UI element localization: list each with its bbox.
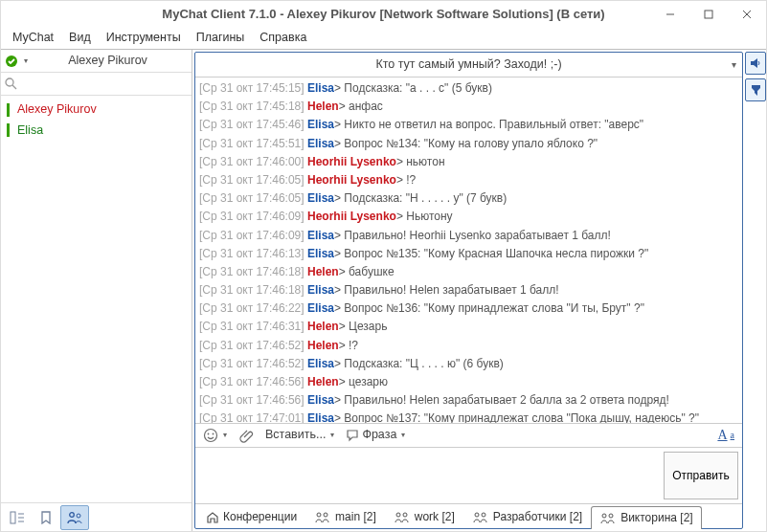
search-input[interactable] [23,77,188,91]
paperclip-icon [238,428,254,443]
titlebar: MyChat Client 7.1.0 - Alexey Pikurov [Ne… [1,1,766,28]
message-text: > Подсказка: "Ц . . . . ю" (6 букв) [334,357,504,370]
message-author: Helen [307,375,339,388]
message-text: > Подсказка: "Н . . . . . у" (7 букв) [334,191,507,205]
dropdown-icon: ▾ [223,430,227,440]
chat-topic: Кто тут самый умный? Заходи! ;-) ▾ [195,53,742,78]
send-button[interactable]: Отправить [664,452,738,499]
message-timestamp: [Ср 31 окт 17:46:22] [199,301,305,315]
menubar: MyChat Вид Инструменты Плагины Справка [1,28,766,49]
message-author: Elisa [307,191,334,205]
message-author: Elisa [307,247,334,260]
message-author: Elisa [307,229,334,242]
menu-plugins[interactable]: Плагины [189,28,253,49]
message-text: > Правильно! Heorhii Lysenko зарабатывае… [334,229,611,242]
message-author: Elisa [307,283,334,297]
chat-message: [Ср 31 окт 17:45:15] Elisa> Подсказка: "… [199,79,738,98]
search-icon [5,78,17,90]
insert-label: Вставить... [265,427,326,444]
chat-panel: Кто тут самый умный? Заходи! ;-) ▾ [Ср 3… [194,52,743,529]
chat-message: [Ср 31 окт 17:46:52] Elisa> Подсказка: "… [199,355,738,373]
sound-button[interactable] [745,52,766,75]
font-format-button[interactable]: Aa [713,424,738,447]
conference-tab[interactable]: work [2] [385,505,463,528]
contact-list: Alexey Pikurov Elisa [1,96,192,502]
tab-label: work [2] [415,509,455,525]
message-timestamp: [Ср 31 окт 17:45:15] [199,81,305,95]
chat-message: [Ср 31 окт 17:47:01] Elisa> Вопрос №137:… [199,410,738,423]
message-timestamp: [Ср 31 окт 17:46:18] [199,283,305,297]
message-author: Elisa [307,118,334,131]
chat-message: [Ср 31 окт 17:45:51] Elisa> Вопрос №134:… [199,135,738,153]
maximize-button[interactable] [689,1,728,28]
pin-icon [749,83,762,97]
view-contacts-button[interactable] [60,505,89,530]
chat-message: [Ср 31 окт 17:46:18] Helen> бабушке [199,263,738,281]
attach-button[interactable] [235,426,258,445]
right-icon-bar [745,50,766,531]
tab-label: Викторина [2] [620,510,692,526]
message-text: > бабушке [339,265,395,278]
topic-dropdown-icon[interactable]: ▾ [732,58,736,72]
contact-item[interactable]: Alexey Pikurov [1,100,192,121]
message-text: > анфас [339,100,383,113]
conference-tab[interactable]: Викторина [2] [591,506,701,529]
chat-message: [Ср 31 окт 17:46:09] Heorhii Lysenko> Нь… [199,208,738,226]
svg-point-19 [403,513,407,517]
view-bookmark-button[interactable] [32,505,60,530]
conference-tab[interactable]: Конференции [197,505,305,528]
chat-message: [Ср 31 окт 17:46:00] Heorhii Lysenko> нь… [199,153,738,171]
close-icon [742,10,752,19]
chat-message: [Ср 31 окт 17:46:52] Helen> !? [199,337,738,355]
view-list-button[interactable] [3,505,32,530]
menu-help[interactable]: Справка [252,28,314,49]
tab-label: main [2] [335,509,376,525]
message-timestamp: [Ср 31 окт 17:46:56] [199,375,305,388]
message-timestamp: [Ср 31 окт 17:45:18] [199,100,305,113]
message-timestamp: [Ср 31 окт 17:46:09] [199,210,305,223]
chat-log[interactable]: [Ср 31 окт 17:45:15] Elisa> Подсказка: "… [195,78,742,423]
pin-button[interactable] [745,78,766,101]
message-timestamp: [Ср 31 окт 17:46:52] [199,339,305,352]
message-timestamp: [Ср 31 окт 17:46:05] [199,191,305,205]
app-window: MyChat Client 7.1.0 - Alexey Pikurov [Ne… [0,0,767,532]
group-icon [394,511,411,523]
message-author: Elisa [307,301,334,315]
message-author: Helen [307,339,339,352]
minimize-button[interactable] [651,1,689,28]
chat-message: [Ср 31 окт 17:46:05] Elisa> Подсказка: "… [199,189,738,208]
conference-tab[interactable]: Разработчики [2] [463,505,591,528]
insert-button[interactable]: Вставить... ▾ [261,425,338,446]
emoji-button[interactable]: ▾ [199,426,231,445]
message-text: > Вопрос №137: "Кому принадлежат слова "… [334,411,699,423]
contact-name: Elisa [17,122,43,140]
menu-mychat[interactable]: MyChat [5,28,61,49]
status-online-icon[interactable] [5,55,18,68]
menu-tools[interactable]: Инструменты [99,28,189,49]
message-timestamp: [Ср 31 окт 17:46:00] [199,155,305,168]
phrase-button[interactable]: Фраза ▾ [342,425,409,446]
svg-point-14 [208,433,210,435]
svg-point-20 [475,513,479,517]
chat-message: [Ср 31 окт 17:45:46] Elisa> Никто не отв… [199,116,738,134]
message-text: > Вопрос №136: "Кому принадлежат слова "… [334,301,644,315]
sidebar-header: ▾ Alexey Pikurov [1,50,192,73]
svg-point-12 [77,514,80,518]
chat-message: [Ср 31 окт 17:46:18] Elisa> Правильно! H… [199,281,738,299]
message-text: > Ньютону [396,210,453,223]
chat-message: [Ср 31 окт 17:46:05] Heorhii Lysenko> !? [199,171,738,189]
message-author: Helen [307,265,339,278]
svg-point-23 [609,514,613,518]
conference-tabs: Конференцииmain [2]work [2]Разработчики … [195,503,742,528]
close-button[interactable] [728,1,766,28]
message-author: Elisa [307,357,334,370]
contact-item[interactable]: Elisa [1,121,192,142]
chat-message: [Ср 31 окт 17:46:31] Helen> Цезарь [199,318,738,336]
message-text: > Вопрос №134: "Кому на голову упало ябл… [334,137,598,150]
chat-message: [Ср 31 окт 17:45:18] Helen> анфас [199,98,738,116]
menu-view[interactable]: Вид [61,28,99,49]
conference-tab[interactable]: main [2] [305,505,385,528]
message-text: > Правильно! Helen зарабатывает 2 балла … [334,393,669,407]
message-input[interactable] [195,448,660,503]
contact-name: Alexey Pikurov [17,101,97,119]
